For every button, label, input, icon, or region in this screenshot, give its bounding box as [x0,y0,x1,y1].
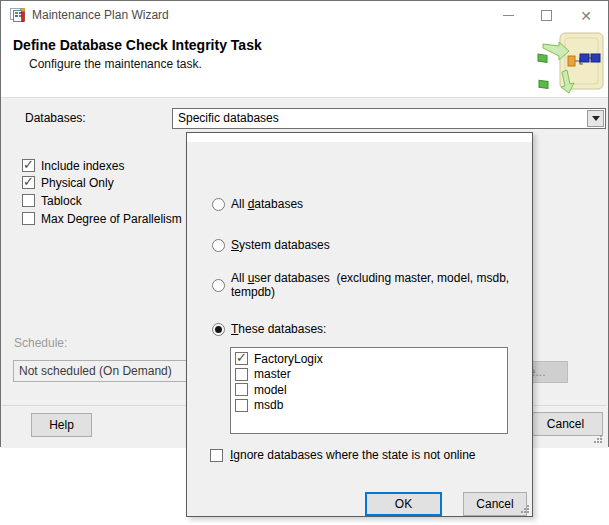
minimize-button[interactable] [493,1,523,30]
checkbox-label: Include indexes [41,159,124,173]
checkbox-label: Max Degree of Parallelism [41,212,182,226]
max-degree-parallelism-checkbox[interactable]: Max Degree of Parallelism [22,211,182,226]
checkbox-label: Ignore databases where the state is not … [230,448,476,462]
screen: Maintenance Plan Wizard ✕ Define Databas… [0,0,609,525]
close-icon: ✕ [580,9,592,23]
chevron-down-icon [592,116,600,121]
checkbox-label: Tablock [41,194,82,208]
database-name: msdb [254,398,283,412]
close-button[interactable]: ✕ [571,1,601,30]
window-title: Maintenance Plan Wizard [32,1,169,30]
radio-these-databases[interactable]: These databases: [212,322,326,336]
radio-icon[interactable] [212,239,225,252]
checkbox-icon[interactable] [22,159,35,172]
help-button[interactable]: Help [31,413,92,437]
list-item-model[interactable]: model [235,382,507,397]
checkbox-icon[interactable] [22,194,35,207]
database-name: model [254,383,287,397]
database-listbox[interactable]: FactoryLogix master model msdb [230,347,508,434]
checkbox-icon[interactable] [235,383,248,396]
schedule-label: Schedule: [14,336,67,350]
checkbox-icon[interactable] [235,399,248,412]
resize-grip-icon[interactable] [520,504,530,514]
maximize-icon [541,10,552,21]
databases-combobox-value: Specific databases [178,109,279,128]
checkbox-icon[interactable] [210,449,223,462]
radio-system-databases[interactable]: System databases [212,238,330,252]
ok-button[interactable]: OK [365,492,442,516]
wizard-header: Define Database Check Integrity Task Con… [1,30,608,98]
maintenance-task-artwork-icon [537,32,605,94]
ignore-offline-checkbox[interactable]: Ignore databases where the state is not … [210,448,476,462]
checkbox-icon[interactable] [22,176,35,189]
checkbox-icon[interactable] [235,352,248,365]
resize-grip-icon[interactable] [593,434,603,444]
physical-only-checkbox[interactable]: Physical Only [22,175,114,190]
radio-label: System databases [231,238,330,252]
popup-top-strip [187,133,532,142]
radio-label: All user databases (excluding master, mo… [231,271,533,299]
radio-label: These databases: [231,322,326,336]
popup-cancel-button[interactable]: Cancel [463,492,527,516]
maximize-button[interactable] [531,1,561,30]
combobox-dropdown-button[interactable] [587,110,604,127]
databases-label: Databases: [25,108,86,129]
radio-icon[interactable] [212,198,225,211]
wizard-cancel-button[interactable]: Cancel [528,412,603,436]
radio-icon[interactable] [212,323,225,336]
checkbox-label: Physical Only [41,176,114,190]
list-item-msdb[interactable]: msdb [235,398,507,413]
checkbox-icon[interactable] [22,212,35,225]
databases-combobox[interactable]: Specific databases [172,108,606,129]
page-title: Define Database Check Integrity Task [13,37,262,53]
include-indexes-checkbox[interactable]: Include indexes [22,158,124,173]
database-name: master [254,367,291,381]
database-name: FactoryLogix [254,352,323,366]
radio-label: All databases [231,197,303,211]
maintenance-plan-icon [10,7,27,24]
checkbox-icon[interactable] [235,368,248,381]
radio-icon[interactable] [212,279,225,292]
titlebar[interactable]: Maintenance Plan Wizard ✕ [1,1,608,30]
minimize-icon [503,15,514,16]
database-selection-popup: All databases System databases All user … [186,132,533,517]
radio-all-user-databases[interactable]: All user databases (excluding master, mo… [212,271,533,299]
page-subtitle: Configure the maintenance task. [29,57,202,71]
tablock-checkbox[interactable]: Tablock [22,193,82,208]
list-item-master[interactable]: master [235,367,507,382]
list-item-factorylogix[interactable]: FactoryLogix [235,351,507,366]
radio-all-databases[interactable]: All databases [212,197,303,211]
